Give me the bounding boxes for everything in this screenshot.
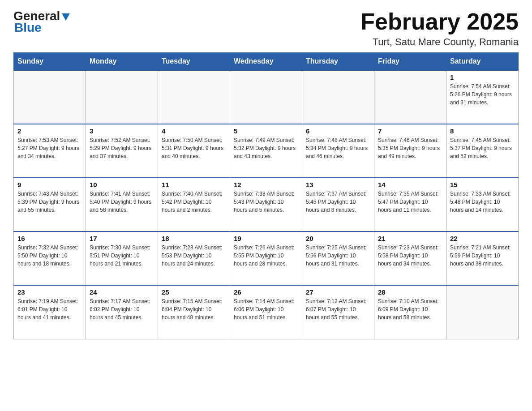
- day-number: 13: [306, 181, 370, 188]
- calendar-day-cell: [230, 70, 302, 124]
- day-info: Sunrise: 7:25 AM Sunset: 5:56 PM Dayligh…: [306, 244, 370, 268]
- day-info: Sunrise: 7:32 AM Sunset: 5:50 PM Dayligh…: [17, 244, 82, 268]
- day-number: 9: [17, 181, 82, 188]
- calendar-day-cell: 24Sunrise: 7:17 AM Sunset: 6:02 PM Dayli…: [86, 285, 158, 339]
- calendar-day-cell: 21Sunrise: 7:23 AM Sunset: 5:58 PM Dayli…: [374, 231, 446, 285]
- day-info: Sunrise: 7:38 AM Sunset: 5:43 PM Dayligh…: [234, 190, 298, 214]
- day-info: Sunrise: 7:21 AM Sunset: 5:59 PM Dayligh…: [450, 244, 515, 268]
- calendar-day-header: Saturday: [446, 53, 519, 71]
- day-info: Sunrise: 7:19 AM Sunset: 6:01 PM Dayligh…: [17, 297, 82, 321]
- day-info: Sunrise: 7:40 AM Sunset: 5:42 PM Dayligh…: [162, 190, 226, 214]
- day-info: Sunrise: 7:17 AM Sunset: 6:02 PM Dayligh…: [90, 297, 154, 321]
- calendar-day-cell: [86, 70, 158, 124]
- day-number: 6: [306, 127, 370, 135]
- calendar-day-header: Friday: [374, 53, 446, 71]
- day-info: Sunrise: 7:54 AM Sunset: 5:26 PM Dayligh…: [450, 82, 515, 107]
- day-info: Sunrise: 7:46 AM Sunset: 5:35 PM Dayligh…: [378, 136, 442, 160]
- day-number: 2: [17, 127, 82, 135]
- day-number: 24: [90, 288, 154, 296]
- day-number: 12: [234, 181, 298, 188]
- day-number: 20: [306, 235, 370, 242]
- day-info: Sunrise: 7:26 AM Sunset: 5:55 PM Dayligh…: [234, 244, 298, 268]
- day-info: Sunrise: 7:49 AM Sunset: 5:32 PM Dayligh…: [234, 136, 298, 160]
- day-info: Sunrise: 7:35 AM Sunset: 5:47 PM Dayligh…: [378, 190, 442, 214]
- calendar-table: SundayMondayTuesdayWednesdayThursdayFrid…: [13, 52, 519, 339]
- calendar-day-cell: 10Sunrise: 7:41 AM Sunset: 5:40 PM Dayli…: [86, 178, 158, 231]
- day-number: 14: [378, 181, 442, 188]
- calendar-day-cell: 16Sunrise: 7:32 AM Sunset: 5:50 PM Dayli…: [14, 231, 86, 285]
- location-title: Turt, Satu Mare County, Romania: [360, 36, 519, 48]
- day-number: 25: [162, 288, 226, 296]
- logo-blue-text: Blue: [14, 21, 42, 35]
- day-info: Sunrise: 7:52 AM Sunset: 5:29 PM Dayligh…: [90, 136, 154, 160]
- calendar-day-cell: 23Sunrise: 7:19 AM Sunset: 6:01 PM Dayli…: [14, 285, 86, 339]
- calendar-day-cell: 25Sunrise: 7:15 AM Sunset: 6:04 PM Dayli…: [158, 285, 230, 339]
- calendar-day-cell: 22Sunrise: 7:21 AM Sunset: 5:59 PM Dayli…: [446, 231, 519, 285]
- day-number: 3: [90, 127, 154, 135]
- calendar-day-cell: [158, 70, 230, 124]
- calendar-day-cell: 26Sunrise: 7:14 AM Sunset: 6:06 PM Dayli…: [230, 285, 302, 339]
- day-info: Sunrise: 7:43 AM Sunset: 5:39 PM Dayligh…: [17, 190, 82, 214]
- calendar-day-cell: 14Sunrise: 7:35 AM Sunset: 5:47 PM Dayli…: [374, 178, 446, 231]
- calendar-day-cell: 4Sunrise: 7:50 AM Sunset: 5:31 PM Daylig…: [158, 124, 230, 178]
- day-number: 21: [378, 235, 442, 242]
- day-number: 8: [450, 127, 515, 135]
- calendar-day-cell: 15Sunrise: 7:33 AM Sunset: 5:48 PM Dayli…: [446, 178, 519, 231]
- calendar-day-cell: 18Sunrise: 7:28 AM Sunset: 5:53 PM Dayli…: [158, 231, 230, 285]
- calendar-day-cell: 6Sunrise: 7:48 AM Sunset: 5:34 PM Daylig…: [302, 124, 374, 178]
- day-info: Sunrise: 7:41 AM Sunset: 5:40 PM Dayligh…: [90, 190, 154, 214]
- calendar-week-row: 1Sunrise: 7:54 AM Sunset: 5:26 PM Daylig…: [14, 70, 519, 124]
- calendar-day-header: Sunday: [14, 53, 86, 71]
- day-number: 23: [17, 288, 82, 296]
- day-info: Sunrise: 7:10 AM Sunset: 6:09 PM Dayligh…: [378, 297, 442, 321]
- day-info: Sunrise: 7:23 AM Sunset: 5:58 PM Dayligh…: [378, 244, 442, 268]
- calendar-day-cell: 9Sunrise: 7:43 AM Sunset: 5:39 PM Daylig…: [14, 178, 86, 231]
- calendar-day-cell: 12Sunrise: 7:38 AM Sunset: 5:43 PM Dayli…: [230, 178, 302, 231]
- calendar-day-header: Monday: [86, 53, 158, 71]
- calendar-day-header: Thursday: [302, 53, 374, 71]
- day-number: 15: [450, 181, 515, 188]
- calendar-day-cell: [374, 70, 446, 124]
- day-number: 10: [90, 181, 154, 188]
- logo: General Blue: [13, 9, 71, 35]
- calendar-header-row: SundayMondayTuesdayWednesdayThursdayFrid…: [14, 53, 519, 71]
- day-number: 1: [450, 73, 515, 81]
- calendar-week-row: 9Sunrise: 7:43 AM Sunset: 5:39 PM Daylig…: [14, 178, 519, 231]
- calendar-day-cell: 5Sunrise: 7:49 AM Sunset: 5:32 PM Daylig…: [230, 124, 302, 178]
- calendar-week-row: 16Sunrise: 7:32 AM Sunset: 5:50 PM Dayli…: [14, 231, 519, 285]
- month-title: February 2025: [360, 9, 519, 34]
- calendar-day-cell: 17Sunrise: 7:30 AM Sunset: 5:51 PM Dayli…: [86, 231, 158, 285]
- day-number: 19: [234, 235, 298, 242]
- day-info: Sunrise: 7:30 AM Sunset: 5:51 PM Dayligh…: [90, 244, 154, 268]
- day-number: 16: [17, 235, 82, 242]
- calendar-day-cell: [14, 70, 86, 124]
- day-info: Sunrise: 7:15 AM Sunset: 6:04 PM Dayligh…: [162, 297, 226, 321]
- calendar-day-cell: 2Sunrise: 7:53 AM Sunset: 5:27 PM Daylig…: [14, 124, 86, 178]
- calendar-day-cell: 28Sunrise: 7:10 AM Sunset: 6:09 PM Dayli…: [374, 285, 446, 339]
- day-info: Sunrise: 7:45 AM Sunset: 5:37 PM Dayligh…: [450, 136, 515, 160]
- day-number: 28: [378, 288, 442, 296]
- title-section: February 2025 Turt, Satu Mare County, Ro…: [360, 9, 519, 48]
- day-number: 22: [450, 235, 515, 242]
- calendar-day-header: Tuesday: [158, 53, 230, 71]
- day-info: Sunrise: 7:33 AM Sunset: 5:48 PM Dayligh…: [450, 190, 515, 214]
- day-number: 26: [234, 288, 298, 296]
- calendar-day-cell: 27Sunrise: 7:12 AM Sunset: 6:07 PM Dayli…: [302, 285, 374, 339]
- calendar-day-header: Wednesday: [230, 53, 302, 71]
- logo-triangle-icon: [61, 12, 71, 21]
- day-info: Sunrise: 7:28 AM Sunset: 5:53 PM Dayligh…: [162, 244, 226, 268]
- day-number: 5: [234, 127, 298, 135]
- day-info: Sunrise: 7:14 AM Sunset: 6:06 PM Dayligh…: [234, 297, 298, 321]
- day-number: 27: [306, 288, 370, 296]
- svg-marker-0: [62, 13, 70, 21]
- day-number: 18: [162, 235, 226, 242]
- calendar-day-cell: [302, 70, 374, 124]
- day-info: Sunrise: 7:53 AM Sunset: 5:27 PM Dayligh…: [17, 136, 82, 160]
- calendar-day-cell: 13Sunrise: 7:37 AM Sunset: 5:45 PM Dayli…: [302, 178, 374, 231]
- calendar-day-cell: 3Sunrise: 7:52 AM Sunset: 5:29 PM Daylig…: [86, 124, 158, 178]
- calendar-week-row: 23Sunrise: 7:19 AM Sunset: 6:01 PM Dayli…: [14, 285, 519, 339]
- day-info: Sunrise: 7:48 AM Sunset: 5:34 PM Dayligh…: [306, 136, 370, 160]
- day-info: Sunrise: 7:12 AM Sunset: 6:07 PM Dayligh…: [306, 297, 370, 321]
- page-header: General Blue February 2025 Turt, Satu Ma…: [13, 9, 519, 48]
- calendar-day-cell: 19Sunrise: 7:26 AM Sunset: 5:55 PM Dayli…: [230, 231, 302, 285]
